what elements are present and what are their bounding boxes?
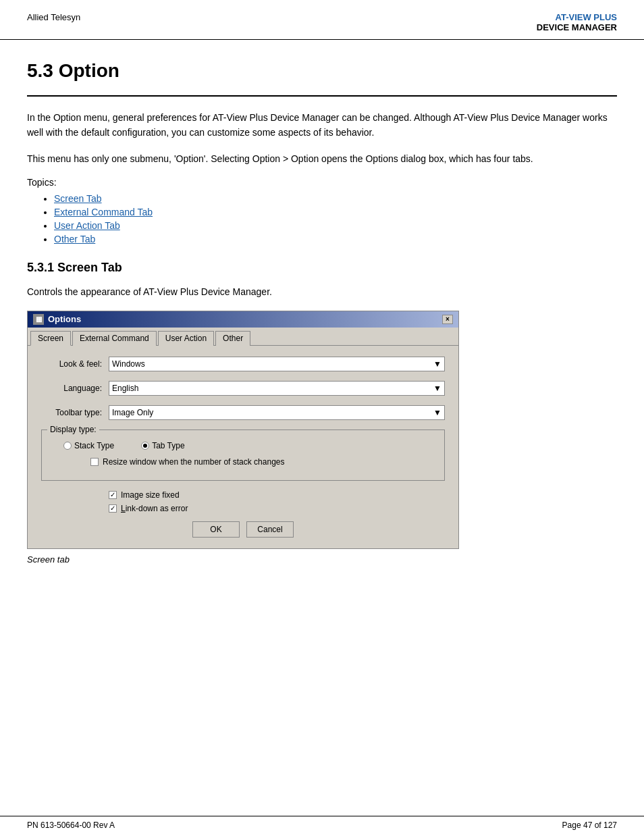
language-arrow-icon: ▼ (433, 384, 441, 393)
toolbar-value: Image Only (112, 408, 153, 417)
link-down-label: Link-down as error (121, 504, 188, 513)
tab-type-label: Tab Type (152, 441, 184, 450)
look-feel-value: Windows (112, 359, 145, 369)
tab-type-radio[interactable] (141, 442, 149, 450)
toolbar-input[interactable]: Image Only ▼ (109, 405, 445, 420)
page-title: 5.3 Option (27, 60, 617, 82)
product-sub: DEVICE MANAGER (537, 22, 617, 32)
page-footer: PN 613-50664-00 Rev A Page 47 of 127 (0, 816, 644, 834)
main-content: 5.3 Option In the Option menu, general p… (0, 40, 644, 592)
footer-left: PN 613-50664-00 Rev A (27, 820, 115, 830)
tab-type-option[interactable]: Tab Type (141, 441, 184, 450)
list-item: User Action Tab (54, 220, 617, 231)
dialog-tabs: Screen External Command User Action Othe… (28, 328, 458, 346)
link-down-row: Link-down as error (109, 504, 445, 513)
tab-user-action[interactable]: User Action (158, 331, 214, 346)
dialog-buttons: OK Cancel (41, 521, 445, 538)
link-down-checkbox[interactable] (109, 504, 117, 513)
other-tab-link[interactable]: Other Tab (54, 234, 95, 244)
stack-type-radio[interactable] (63, 442, 72, 450)
company-name: Allied Telesyn (27, 12, 80, 22)
look-feel-dropdown[interactable]: Windows ▼ (109, 357, 445, 371)
ok-button[interactable]: OK (192, 521, 240, 538)
user-action-tab-link[interactable]: User Action Tab (54, 220, 120, 231)
external-command-tab-link[interactable]: External Command Tab (54, 207, 153, 217)
footer-right: Page 47 of 127 (562, 820, 617, 830)
topics-label: Topics: (27, 177, 617, 188)
topics-list: Screen Tab External Command Tab User Act… (27, 193, 617, 244)
section-divider (27, 95, 617, 97)
language-input[interactable]: English ▼ (109, 381, 445, 396)
resize-checkbox[interactable] (90, 458, 99, 466)
tab-external-command[interactable]: External Command (72, 331, 157, 346)
dialog-caption: Screen tab (27, 554, 617, 565)
section-531-description: Controls the appearance of AT-View Plus … (27, 284, 617, 299)
intro-text-1: In the Option menu, general preferences … (27, 110, 617, 140)
look-feel-row: Look & feel: Windows ▼ (41, 357, 445, 371)
list-item: Screen Tab (54, 193, 617, 204)
display-type-groupbox: Display type: Stack Type Tab Type (41, 429, 445, 481)
tab-screen[interactable]: Screen (30, 331, 71, 346)
look-feel-input[interactable]: Windows ▼ (109, 357, 445, 371)
dialog-titlebar: ▦ Options × (28, 311, 458, 328)
list-item: Other Tab (54, 234, 617, 244)
toolbar-label: Toolbar type: (41, 408, 109, 417)
language-row: Language: English ▼ (41, 381, 445, 396)
list-item: External Command Tab (54, 207, 617, 217)
resize-checkbox-row: Resize window when the number of stack c… (50, 457, 436, 467)
look-feel-arrow-icon: ▼ (433, 359, 441, 369)
image-size-label: Image size fixed (121, 490, 180, 500)
groupbox-content: Stack Type Tab Type Resize window when t… (50, 436, 436, 467)
close-button[interactable]: × (442, 315, 453, 324)
section-531-heading: 5.3.1 Screen Tab (27, 261, 617, 275)
options-dialog: ▦ Options × Screen External Command User… (27, 311, 459, 549)
dialog-title: Options (48, 314, 81, 324)
toolbar-row: Toolbar type: Image Only ▼ (41, 405, 445, 420)
stack-type-option[interactable]: Stack Type (63, 441, 114, 450)
bottom-checkboxes: Image size fixed Link-down as error (41, 490, 445, 513)
toolbar-arrow-icon: ▼ (433, 408, 441, 417)
tab-other[interactable]: Other (215, 331, 250, 346)
toolbar-dropdown[interactable]: Image Only ▼ (109, 405, 445, 420)
titlebar-left: ▦ Options (33, 314, 81, 325)
dialog-icon: ▦ (33, 314, 44, 325)
image-size-row: Image size fixed (109, 490, 445, 500)
cancel-button[interactable]: Cancel (246, 521, 294, 538)
product-info: AT-VIEW PLUS DEVICE MANAGER (537, 12, 617, 32)
display-type-legend: Display type: (47, 425, 99, 434)
radio-row: Stack Type Tab Type (50, 441, 436, 450)
product-name: AT-VIEW PLUS (537, 12, 617, 22)
language-label: Language: (41, 384, 109, 393)
dialog-body: Look & feel: Windows ▼ Language: English… (28, 346, 458, 548)
stack-type-label: Stack Type (74, 441, 114, 450)
screen-tab-link[interactable]: Screen Tab (54, 193, 102, 204)
language-value: English (112, 384, 138, 393)
language-dropdown[interactable]: English ▼ (109, 381, 445, 396)
page-header: Allied Telesyn AT-VIEW PLUS DEVICE MANAG… (0, 0, 644, 40)
look-feel-label: Look & feel: (41, 359, 109, 369)
image-size-checkbox[interactable] (109, 491, 117, 499)
resize-label: Resize window when the number of stack c… (103, 457, 284, 467)
intro-text-2: This menu has only one submenu, 'Option'… (27, 151, 617, 166)
